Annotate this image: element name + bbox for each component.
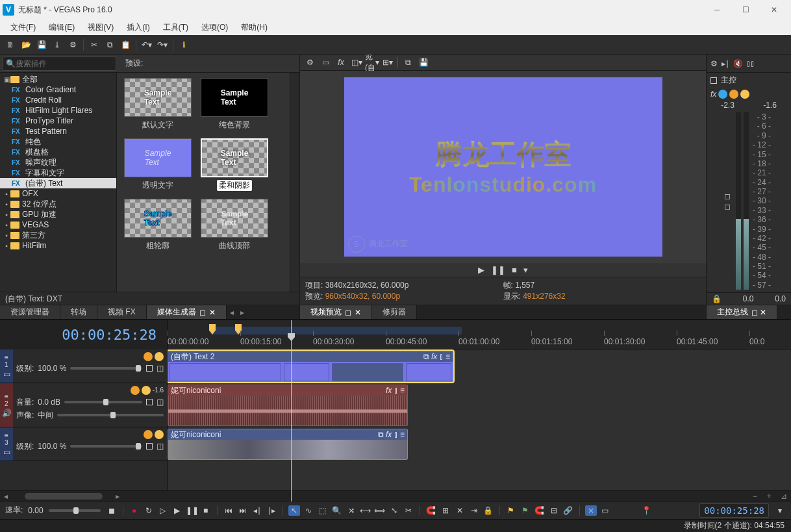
stop-icon[interactable]: ■ [512, 265, 517, 275]
rate-value[interactable]: 0.00 [28, 506, 43, 515]
normal-edit-icon[interactable]: ↖ [288, 505, 300, 516]
zoom-out-icon[interactable]: − [749, 492, 761, 501]
menu-options[interactable]: 选项(O) [195, 21, 234, 34]
rate-slider[interactable] [49, 509, 101, 512]
lock-icon[interactable]: 🔒 [712, 294, 722, 303]
play-icon[interactable]: ▶ [478, 265, 484, 275]
pause-icon[interactable]: ❚❚ [186, 506, 197, 515]
playhead[interactable] [291, 320, 292, 501]
menu-edit[interactable]: 编辑(E) [42, 21, 81, 34]
paste-icon[interactable]: 📋 [119, 38, 132, 51]
plugin-search[interactable]: 🔍 [3, 57, 116, 71]
menu-file[interactable]: 文件(F) [4, 21, 42, 34]
automation-icon[interactable] [718, 90, 727, 99]
preview-quality-dropdown[interactable]: 预览(自动) ▾ [366, 57, 378, 68]
master-meter[interactable]: ◻◻ - 3 -- 6 -- 9 -- 12 -- 15 -- 18 -- 21… [707, 110, 791, 292]
tree-item[interactable]: FXProType Titler [0, 116, 116, 126]
tree-item[interactable]: FXColor Gradient [0, 84, 116, 95]
tree-item[interactable]: FXCredit Roll [0, 95, 116, 105]
open-icon[interactable]: 📂 [19, 38, 32, 51]
redo-icon[interactable]: ↷▾ [156, 38, 169, 51]
track-area[interactable]: (自带) Text 2⧉ fx ⫿ ≡ 妮可niconiconifx ⫿ ≡ 妮… [168, 349, 791, 490]
properties-icon[interactable]: ⚙ [66, 38, 79, 51]
tree-folder[interactable]: ▪HitFilm [0, 240, 116, 251]
track-header-3[interactable]: ≡3▭ 级别:100.0 %◫ [0, 427, 167, 461]
level-slider[interactable] [70, 445, 142, 448]
save-icon[interactable]: 💾 [35, 38, 48, 51]
offset-icon[interactable]: ▭ [599, 506, 611, 515]
next-frame-icon[interactable]: ∣▸ [266, 506, 277, 515]
project-props-icon[interactable]: ⚙ [304, 57, 316, 68]
audio-clip[interactable]: 妮可niconiconifx ⫿ ≡ [168, 385, 408, 426]
tree-item[interactable]: FX纯色 [0, 136, 116, 147]
tab-explorer[interactable]: 资源管理器 [0, 305, 60, 319]
tree-item[interactable]: FXHitFilm Light Flares [0, 105, 116, 116]
tree-folder[interactable]: ▪VEGAS [0, 220, 116, 230]
video-fx-icon[interactable]: fx [335, 57, 347, 68]
new-icon[interactable]: 🗎 [4, 38, 17, 51]
insert-fx-icon[interactable]: fx [710, 90, 716, 99]
tab-media-generators[interactable]: 媒体生成器 ◻✕ [147, 305, 227, 319]
render-icon[interactable]: ⤓ [51, 38, 64, 51]
overlays-icon[interactable]: ⊞▾ [382, 57, 394, 68]
help-icon[interactable]: ℹ [177, 38, 190, 51]
mute-icon[interactable] [729, 90, 738, 99]
go-start-icon[interactable]: ⏮ [223, 506, 234, 515]
preset-item-selected[interactable]: SampleText柔和阴影 [199, 138, 270, 191]
level-slider[interactable] [70, 367, 142, 370]
cut-icon[interactable]: ✂ [88, 38, 101, 51]
shuffle-icon[interactable]: ⤨ [345, 506, 357, 515]
autoripple-icon[interactable]: ⇥ [468, 506, 480, 515]
snap-icon[interactable]: 🧲 [425, 506, 437, 515]
split-icon[interactable]: ✂ [403, 506, 414, 515]
video-clip-text[interactable]: (自带) Text 2⧉ fx ⫿ ≡ [168, 351, 453, 382]
tabs-right-arrow[interactable]: ▸ [237, 305, 247, 319]
preset-item[interactable]: SampleText默认文字 [122, 78, 194, 131]
record-icon[interactable]: ● [129, 506, 140, 515]
tree-root-all[interactable]: ▣全部 [0, 74, 116, 84]
timeline-h-scrollbar[interactable] [25, 493, 103, 500]
tree-item[interactable]: FX棋盘格 [0, 147, 116, 157]
dim-icon[interactable]: 🔇 [733, 59, 743, 68]
slide-icon[interactable]: ⟺ [374, 506, 386, 515]
mixer-faders-icon[interactable]: ⫿⫿ [747, 59, 755, 68]
rate-reset-icon[interactable]: ◼ [106, 506, 118, 515]
mixer-props-icon[interactable]: ⚙ [710, 59, 718, 68]
scroll-right-icon[interactable]: ▸ [116, 492, 119, 501]
slip-icon[interactable]: ⟷ [360, 506, 371, 515]
preset-item[interactable]: SampleText纯色背景 [199, 78, 270, 131]
timestretch-icon[interactable]: ⤡ [388, 506, 400, 515]
stop-icon[interactable]: ■ [200, 506, 212, 515]
mute-icon[interactable] [144, 352, 153, 361]
tab-transitions[interactable]: 转场 [60, 305, 97, 319]
region-icon[interactable]: ⚑ [520, 506, 531, 515]
tree-item[interactable]: FXTest Pattern [0, 126, 116, 136]
loop-icon[interactable]: ↻ [143, 506, 155, 515]
preset-item[interactable]: SampleText粗轮廓 [122, 199, 194, 251]
pause-icon[interactable]: ❚❚ [491, 265, 505, 275]
menu-help[interactable]: 帮助(H) [234, 21, 274, 34]
preset-item[interactable]: SampleText曲线顶部 [199, 199, 270, 251]
undock-icon[interactable]: ◻ [199, 308, 206, 317]
tree-item[interactable]: FX字幕和文字 [0, 168, 116, 178]
copy-snapshot-icon[interactable]: ⧉ [402, 57, 414, 68]
selection-icon[interactable]: ⬚ [317, 506, 329, 515]
cursor-timecode[interactable]: 00:00:25:28 [699, 503, 769, 518]
save-snapshot-icon[interactable]: 💾 [418, 57, 429, 68]
options-icon[interactable]: ▾ [523, 265, 528, 275]
master-expand-icon[interactable] [710, 77, 717, 84]
tabs-left-arrow[interactable]: ◂ [227, 305, 237, 319]
plugin-tree[interactable]: ▣全部 FXColor Gradient FXCredit Roll FXHit… [0, 73, 117, 292]
tree-item[interactable]: FX噪声纹理 [0, 157, 116, 168]
undo-icon[interactable]: ↶▾ [140, 38, 153, 51]
crossfade-icon[interactable]: ⤬ [585, 505, 597, 516]
tree-folder[interactable]: ▪OFX [0, 188, 116, 199]
zoom-in-icon[interactable]: ＋ [761, 490, 777, 501]
scroll-left-icon[interactable]: ◂ [0, 492, 12, 501]
ignore-group-icon[interactable]: ⊟ [548, 506, 560, 515]
video-clip[interactable]: 妮可niconiconi⧉ fx ⫿ ≡ [168, 429, 408, 460]
timeline-ruler[interactable]: 00:00:00:0000:00:15:0000:00:30:0000:00:4… [168, 320, 791, 349]
minimize-button[interactable]: ─ [703, 0, 731, 19]
tab-video-preview[interactable]: 视频预览 ◻✕ [300, 305, 372, 319]
preset-item[interactable]: SampleText透明文字 [122, 138, 194, 191]
